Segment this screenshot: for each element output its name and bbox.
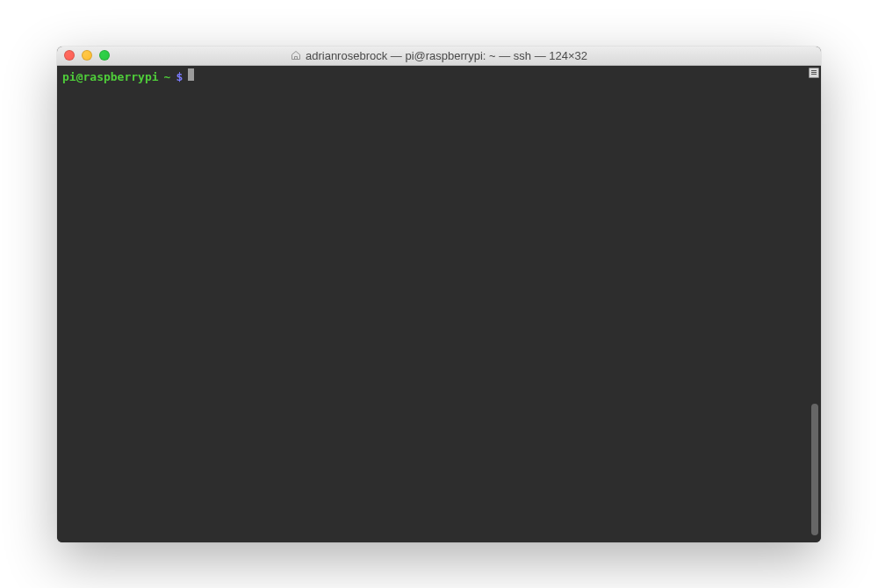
terminal-content[interactable]: pi@raspberrypi ~ $	[57, 66, 821, 87]
minimize-button[interactable]	[82, 50, 92, 61]
traffic-lights	[57, 50, 110, 61]
window-title: adrianrosebrock — pi@raspberrypi: ~ — ss…	[306, 49, 587, 62]
zoom-button[interactable]	[99, 50, 110, 61]
prompt-path: ~	[164, 70, 171, 84]
scrollbar-thumb[interactable]	[811, 404, 818, 535]
close-button[interactable]	[64, 50, 75, 61]
prompt-user-host: pi@raspberrypi	[62, 70, 159, 84]
cursor	[188, 68, 194, 81]
titlebar[interactable]: adrianrosebrock — pi@raspberrypi: ~ — ss…	[57, 47, 821, 66]
scrollbar-track[interactable]	[808, 66, 821, 542]
scroll-menu-button[interactable]	[809, 68, 819, 78]
terminal-window: adrianrosebrock — pi@raspberrypi: ~ — ss…	[57, 47, 821, 542]
home-icon	[291, 50, 301, 61]
prompt-line: pi@raspberrypi ~ $	[62, 68, 816, 84]
window-title-content: adrianrosebrock — pi@raspberrypi: ~ — ss…	[291, 49, 587, 62]
terminal-body[interactable]: pi@raspberrypi ~ $	[57, 66, 821, 542]
prompt-symbol: $	[176, 70, 183, 84]
